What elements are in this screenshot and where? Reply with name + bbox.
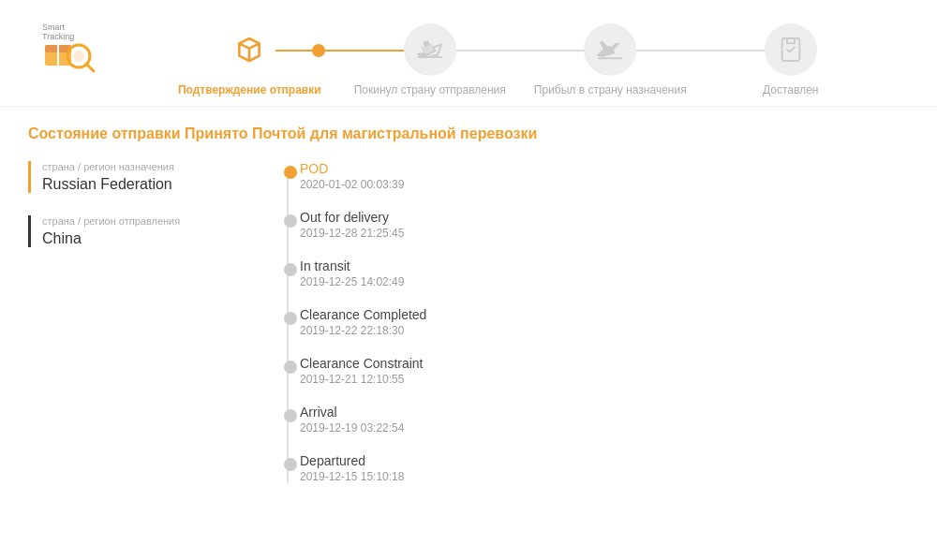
event-time-event-pod: 2020-01-02 00:03:39: [300, 178, 909, 191]
progress-bar: Подтверждение отправки Покинул стра: [122, 14, 918, 106]
main-content: Состояние отправки Принято Почтой для ма…: [0, 107, 937, 521]
timeline-item-event-clearance-constraint: Clearance Constraint2019-12-21 12:10:55: [300, 356, 909, 386]
origin-label: страна / регион отправления: [42, 215, 253, 227]
header: Smart Tracking: [0, 0, 937, 107]
timeline: POD2020-01-02 00:03:39Out for delivery20…: [281, 161, 909, 483]
status-prefix: Состояние отправки: [28, 125, 181, 141]
step-label-arrived: Прибыл в страну назначения: [534, 83, 687, 106]
timeline-item-event-departured: Departured2019-12-15 15:10:18: [300, 453, 909, 483]
timeline-item-event-in-transit: In transit2019-12-25 14:02:49: [300, 258, 909, 288]
step-icon-confirm: [223, 23, 275, 76]
event-name-event-in-transit: In transit: [300, 258, 909, 273]
timeline-item-event-clearance-completed: Clearance Completed2019-12-22 22:18:30: [300, 307, 909, 337]
event-name-event-clearance-constraint: Clearance Constraint: [300, 356, 909, 371]
timeline-item-event-out-delivery: Out for delivery2019-12-28 21:25:45: [300, 210, 909, 240]
left-panel: страна / регион назначения Russian Feder…: [28, 161, 253, 502]
event-name-event-arrival: Arrival: [300, 405, 909, 420]
plane-landing-icon: [595, 35, 625, 65]
event-time-event-clearance-constraint: 2019-12-21 12:10:55: [300, 373, 909, 386]
destination-label: страна / регион назначения: [42, 161, 253, 172]
event-time-event-departured: 2019-12-15 15:10:18: [300, 470, 909, 483]
event-time-event-out-delivery: 2019-12-28 21:25:45: [300, 227, 909, 240]
event-time-event-arrival: 2019-12-19 03:22:54: [300, 421, 909, 435]
svg-text:Smart: Smart: [42, 22, 66, 32]
event-name-event-departured: Departured: [300, 453, 909, 468]
status-value: Принято Почтой для магистральной перевоз…: [185, 125, 537, 141]
step-icon-arrived: [584, 23, 636, 76]
destination-block: страна / регион назначения Russian Feder…: [28, 161, 253, 193]
event-name-event-clearance-completed: Clearance Completed: [300, 307, 909, 322]
svg-text:Tracking: Tracking: [42, 32, 74, 41]
event-name-event-out-delivery: Out for delivery: [300, 210, 909, 225]
logo-icon: Smart Tracking: [37, 17, 103, 78]
step-label-delivered: Доставлен: [763, 83, 818, 106]
step-icon-departed: [404, 23, 456, 76]
event-time-event-in-transit: 2019-12-25 14:02:49: [300, 275, 909, 288]
package-icon: [234, 35, 264, 65]
logo-area: Smart Tracking: [19, 9, 122, 85]
content-layout: страна / регион назначения Russian Feder…: [28, 161, 909, 502]
step-arrived: Прибыл в страну назначения: [520, 23, 701, 106]
step-label-confirm: Подтверждение отправки: [178, 83, 321, 106]
plane-takeoff-icon: [415, 35, 445, 65]
step-departed: Покинул страну отправления: [340, 23, 521, 106]
progress-dot: [312, 44, 325, 57]
clipboard-icon: [776, 35, 806, 65]
event-time-event-clearance-completed: 2019-12-22 22:18:30: [300, 324, 909, 337]
origin-block: страна / регион отправления China: [28, 215, 253, 247]
svg-line-7: [86, 64, 94, 71]
destination-value: Russian Federation: [42, 176, 253, 193]
timeline-item-event-pod: POD2020-01-02 00:03:39: [300, 161, 909, 191]
timeline-item-event-arrival: Arrival2019-12-19 03:22:54: [300, 405, 909, 435]
right-panel: POD2020-01-02 00:03:39Out for delivery20…: [281, 161, 909, 502]
step-label-departed: Покинул страну отправления: [354, 83, 506, 106]
status-heading: Состояние отправки Принято Почтой для ма…: [28, 125, 909, 142]
step-icon-delivered: [765, 23, 817, 76]
svg-point-6: [73, 51, 84, 62]
origin-value: China: [42, 230, 253, 247]
step-delivered: Доставлен: [701, 23, 882, 106]
event-name-event-pod: POD: [300, 161, 909, 176]
step-confirm: Подтверждение отправки: [159, 23, 340, 106]
